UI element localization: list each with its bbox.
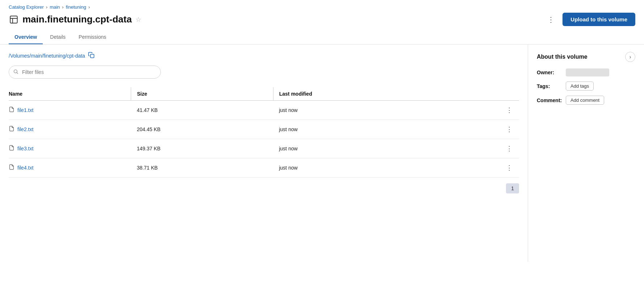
owner-label: Owner: bbox=[537, 70, 562, 75]
file-name-1[interactable]: file2.txt bbox=[17, 126, 33, 132]
page-1-button[interactable]: 1 bbox=[506, 183, 519, 193]
title-row: main.finetuning.cpt-data ☆ ⋮ Upload to t… bbox=[9, 13, 635, 26]
row-menu-button-3[interactable]: ⋮ bbox=[504, 163, 515, 172]
file-actions-2: ⋮ bbox=[455, 139, 519, 158]
tab-details[interactable]: Details bbox=[44, 30, 71, 44]
about-title-text: About this volume bbox=[537, 54, 587, 60]
page-title: main.finetuning.cpt-data bbox=[22, 14, 132, 25]
top-bar: Catalog Explorer › main › finetuning › m… bbox=[0, 0, 644, 45]
volume-path-row: /Volumes/main/finetuning/cpt-data bbox=[9, 52, 519, 60]
breadcrumb-sep-3: › bbox=[88, 4, 90, 10]
right-panel: About this volume › Owner: Tags: Add tag… bbox=[528, 45, 644, 262]
title-left: main.finetuning.cpt-data ☆ bbox=[9, 14, 141, 25]
col-actions bbox=[455, 87, 519, 101]
row-menu-button-1[interactable]: ⋮ bbox=[504, 125, 515, 134]
about-section-title: About this volume › bbox=[537, 52, 635, 62]
tags-label: Tags: bbox=[537, 83, 562, 89]
file-name-3[interactable]: file4.txt bbox=[17, 165, 33, 171]
file-icon-3 bbox=[9, 164, 14, 172]
filter-input[interactable] bbox=[9, 66, 161, 79]
owner-row: Owner: bbox=[537, 68, 635, 76]
file-icon-0 bbox=[9, 106, 14, 114]
main-content: /Volumes/main/finetuning/cpt-data Nam bbox=[0, 45, 644, 262]
file-icon-1 bbox=[9, 125, 14, 133]
file-name-cell-3: file4.txt bbox=[9, 158, 131, 178]
breadcrumb-finetuning[interactable]: finetuning bbox=[66, 4, 86, 10]
tab-overview[interactable]: Overview bbox=[9, 30, 43, 44]
svg-line-5 bbox=[17, 72, 18, 74]
file-actions-1: ⋮ bbox=[455, 120, 519, 139]
file-table: Name Size Last modified file1.txt bbox=[9, 87, 519, 178]
comment-label: Comment: bbox=[537, 97, 562, 103]
search-icon bbox=[13, 69, 18, 75]
left-panel: /Volumes/main/finetuning/cpt-data Nam bbox=[0, 45, 528, 262]
volume-path: /Volumes/main/finetuning/cpt-data bbox=[9, 53, 85, 59]
tags-row: Tags: Add tags bbox=[537, 82, 635, 91]
volume-icon bbox=[9, 14, 19, 25]
file-actions-3: ⋮ bbox=[455, 158, 519, 178]
row-menu-button-2[interactable]: ⋮ bbox=[504, 144, 515, 153]
table-row: file4.txt 38.71 KB just now ⋮ bbox=[9, 158, 519, 178]
svg-rect-3 bbox=[91, 54, 94, 58]
file-name-0[interactable]: file1.txt bbox=[17, 107, 33, 113]
file-modified-1: just now bbox=[273, 120, 455, 139]
tabs: Overview Details Permissions bbox=[9, 30, 635, 44]
comment-row: Comment: Add comment bbox=[537, 96, 635, 105]
file-size-3: 38.71 KB bbox=[131, 158, 273, 178]
file-actions-0: ⋮ bbox=[455, 101, 519, 120]
file-icon-2 bbox=[9, 145, 14, 153]
more-options-button[interactable]: ⋮ bbox=[544, 14, 557, 25]
upload-button[interactable]: Upload to this volume bbox=[563, 13, 635, 26]
expand-button[interactable]: › bbox=[625, 52, 635, 62]
add-tags-button[interactable]: Add tags bbox=[566, 82, 594, 91]
file-name-cell-2: file3.txt bbox=[9, 139, 131, 158]
file-name-cell-0: file1.txt bbox=[9, 101, 131, 120]
file-size-0: 41.47 KB bbox=[131, 101, 273, 120]
pagination: 1 bbox=[9, 178, 519, 193]
table-row: file2.txt 204.45 KB just now ⋮ bbox=[9, 120, 519, 139]
svg-rect-0 bbox=[10, 16, 17, 23]
file-modified-0: just now bbox=[273, 101, 455, 120]
breadcrumb-sep-2: › bbox=[62, 4, 63, 10]
breadcrumb-catalog-explorer[interactable]: Catalog Explorer bbox=[9, 4, 44, 10]
table-row: file3.txt 149.37 KB just now ⋮ bbox=[9, 139, 519, 158]
breadcrumb: Catalog Explorer › main › finetuning › bbox=[9, 4, 635, 10]
col-name: Name bbox=[9, 87, 131, 101]
file-name-2[interactable]: file3.txt bbox=[17, 146, 33, 151]
owner-value bbox=[566, 68, 609, 76]
row-menu-button-0[interactable]: ⋮ bbox=[504, 105, 515, 115]
file-modified-2: just now bbox=[273, 139, 455, 158]
table-row: file1.txt 41.47 KB just now ⋮ bbox=[9, 101, 519, 120]
copy-path-icon[interactable] bbox=[88, 52, 95, 60]
tab-permissions[interactable]: Permissions bbox=[73, 30, 112, 44]
file-size-2: 149.37 KB bbox=[131, 139, 273, 158]
breadcrumb-sep-1: › bbox=[46, 4, 47, 10]
file-modified-3: just now bbox=[273, 158, 455, 178]
file-name-cell-1: file2.txt bbox=[9, 120, 131, 139]
filter-input-wrap bbox=[9, 66, 161, 79]
breadcrumb-main[interactable]: main bbox=[50, 4, 60, 10]
title-actions: ⋮ Upload to this volume bbox=[544, 13, 635, 26]
col-modified: Last modified bbox=[273, 87, 455, 101]
star-icon[interactable]: ☆ bbox=[135, 16, 141, 24]
add-comment-button[interactable]: Add comment bbox=[566, 96, 604, 105]
col-size: Size bbox=[131, 87, 273, 101]
file-size-1: 204.45 KB bbox=[131, 120, 273, 139]
